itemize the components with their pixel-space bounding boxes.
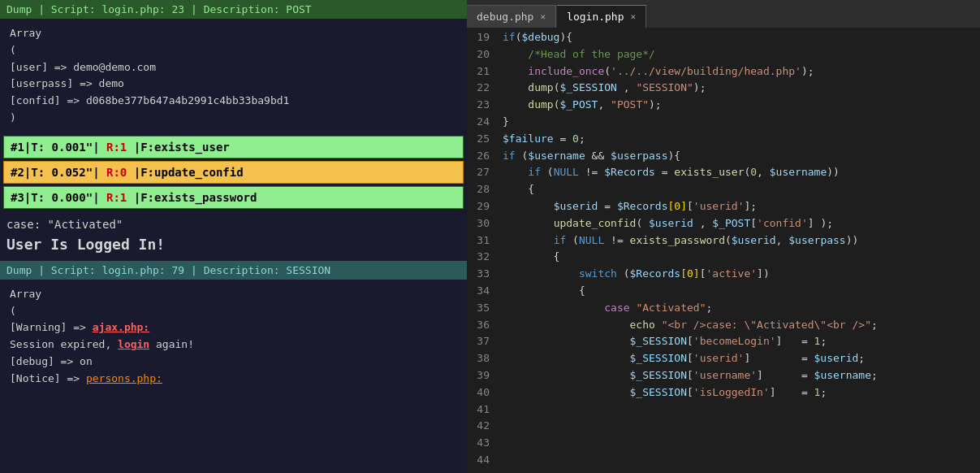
line-number: 35 — [473, 300, 490, 317]
line-number: 41 — [473, 401, 490, 419]
code-line: { — [503, 181, 980, 198]
line-number: 33 — [473, 266, 490, 283]
code-line: if (NULL != exists_password($userid, $us… — [503, 232, 980, 250]
line-number: 22 — [473, 80, 490, 97]
left-panel: Dump | Script: login.php: 23 | Descripti… — [0, 0, 467, 473]
line-number: 23 — [473, 97, 490, 114]
tab-label: login.php — [567, 11, 624, 23]
code-line: update_confid( $userid , $_POST['confid'… — [503, 215, 980, 232]
code-area: 1920212223242526272829303132333435363738… — [467, 28, 980, 473]
code-line: $_SESSION['username'] = $username; — [503, 367, 980, 384]
dump1-header: Dump | Script: login.php: 23 | Descripti… — [0, 0, 467, 19]
code-line: dump($_SESSION , "SESSION"); — [503, 80, 980, 97]
close-icon[interactable]: ✕ — [631, 12, 637, 21]
dump1-line: [user] => demo@demo.com — [10, 59, 457, 76]
code-line: } — [503, 114, 980, 131]
trace-item-1: #1|T: 0.001"| R:1 |F:exists_user — [3, 136, 464, 158]
code-line: case "Activated"; — [503, 300, 980, 317]
dump2-line: [Notice] => persons.php: — [10, 371, 457, 388]
line-number: 24 — [473, 114, 490, 131]
line-number: 20 — [473, 46, 490, 63]
dump1-content: Array ( [user] => demo@demo.com [userpas… — [0, 19, 467, 133]
close-icon[interactable]: ✕ — [540, 12, 546, 21]
line-number: 26 — [473, 148, 490, 165]
line-number: 30 — [473, 215, 490, 232]
line-number: 27 — [473, 164, 490, 181]
code-line: if($debug){ — [503, 29, 980, 46]
trace-item-3: #3|T: 0.000"| R:1 |F:exists_password — [3, 186, 464, 209]
code-content: if($debug){ /*Head of the page*/ include… — [496, 28, 980, 473]
line-number: 40 — [473, 384, 490, 401]
tab-label: debug.php — [477, 11, 533, 23]
code-line: switch ($Records[0]['active']) — [503, 266, 980, 283]
dump2-header: Dump | Script: login.php: 79 | Descripti… — [0, 261, 467, 280]
warning-link[interactable]: ajax.php: — [93, 321, 149, 333]
notice-link[interactable]: persons.php: — [86, 372, 162, 384]
line-number: 32 — [473, 249, 490, 266]
line-number: 28 — [473, 181, 490, 198]
code-line: echo "<br />case: \"Activated\"<br />"; — [503, 317, 980, 334]
line-number: 37 — [473, 333, 490, 350]
tab-debug-php[interactable]: debug.php ✕ — [467, 5, 556, 28]
code-line: $_SESSION['becomeLogin'] = 1; — [503, 333, 980, 350]
line-number: 38 — [473, 350, 490, 367]
code-line: { — [503, 283, 980, 300]
line-number: 36 — [473, 317, 490, 334]
code-line: if (NULL != $Records = exists_user(0, $u… — [503, 164, 980, 181]
login-link[interactable]: login — [118, 338, 149, 350]
code-line: include_once('../../view/building/head.p… — [503, 63, 980, 80]
dump2-line: Array — [10, 286, 457, 303]
code-line: $_SESSION['isLoggedIn'] = 1; — [503, 384, 980, 401]
line-number: 25 — [473, 131, 490, 148]
tab-login-php[interactable]: login.php ✕ — [557, 5, 646, 28]
dump2-line: Session expired, login again! — [10, 336, 457, 354]
dump1-line: [confid] => d068be377b647a4b2991c4bb33ba… — [10, 93, 457, 110]
dump1-line: Array — [10, 25, 457, 42]
logged-in-text: User Is Logged In! — [0, 232, 467, 261]
line-number: 19 — [473, 29, 490, 46]
code-line: dump($_POST, "POST"); — [503, 97, 980, 114]
code-line: $userid = $Records[0]['userid']; — [503, 198, 980, 215]
line-numbers: 1920212223242526272829303132333435363738… — [467, 28, 496, 473]
dump1-line: [userpass] => demo — [10, 76, 457, 93]
code-line: $_SESSION['userid'] = $userid; — [503, 350, 980, 367]
dump1-line: ( — [10, 42, 457, 59]
code-line: $failure = 0; — [503, 131, 980, 148]
dump1-line: ) — [10, 110, 457, 127]
line-number: 31 — [473, 232, 490, 250]
line-number: 39 — [473, 367, 490, 384]
code-line: /*Head of the page*/ — [503, 46, 980, 63]
line-number: 21 — [473, 63, 490, 80]
right-panel: debug.php ✕ login.php ✕ 1920212223242526… — [467, 0, 980, 473]
case-text: case: "Activated" — [0, 211, 467, 232]
dump2-line: [Warning] => ajax.php: — [10, 319, 457, 336]
line-number: 44 — [473, 452, 490, 469]
tab-bar: debug.php ✕ login.php ✕ — [467, 0, 980, 28]
dump2-line: ( — [10, 303, 457, 320]
line-number: 42 — [473, 418, 490, 435]
code-line: if ($username && $userpass){ — [503, 148, 980, 165]
dump2-content: Array ( [Warning] => ajax.php: Session e… — [0, 280, 467, 394]
line-number: 29 — [473, 198, 490, 215]
dump2-line: [debug] => on — [10, 354, 457, 371]
code-line: { — [503, 249, 980, 266]
line-number: 34 — [473, 283, 490, 300]
trace-item-2: #2|T: 0.052"| R:0 |F:update_confid — [3, 161, 464, 184]
line-number: 43 — [473, 435, 490, 452]
line-number: 45 — [473, 469, 490, 473]
